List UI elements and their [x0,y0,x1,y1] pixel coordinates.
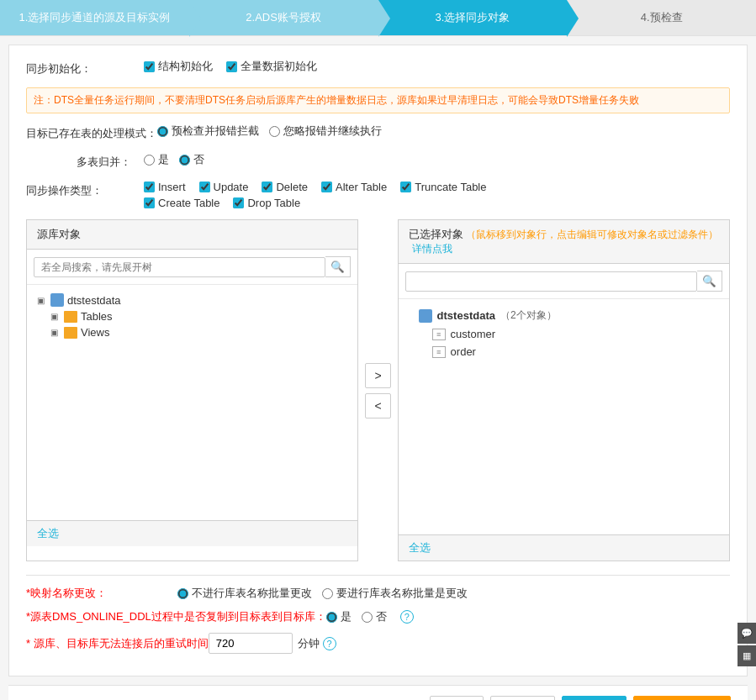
target-panel-header: 已选择对象 （鼠标移到对象行，点击编辑可修改对象名或过滤条件） 详情点我 [399,220,729,264]
source-search-button[interactable]: 🔍 [325,256,351,277]
truncate-table-label: Truncate Table [415,181,486,193]
update-checkbox-label[interactable]: Update [199,181,249,193]
mapping-radios: 不进行库表名称批量更改 要进行库表名称批量是更改 [177,586,468,601]
insert-checkbox[interactable] [144,182,155,192]
alter-table-label: Alter Table [336,181,387,193]
ddl-no-radio[interactable] [362,612,373,623]
mode-option2-label[interactable]: 您略报错并继续执行 [269,124,382,139]
target-select-all[interactable]: 全选 [399,534,729,561]
mapping-row: *映射名称更改： 不进行库表名称批量更改 要进行库表名称批量是更改 [26,586,730,601]
retry-help-icon[interactable]: ? [323,637,336,650]
multi-no-label[interactable]: 否 [179,152,204,167]
views-node-label: Views [81,326,109,339]
ddl-help-icon[interactable]: ? [400,610,414,624]
target-item-order[interactable]: ≡ order [409,343,719,361]
multi-yes-label[interactable]: 是 [144,152,169,167]
customer-label: customer [451,328,495,340]
pre-check-button[interactable]: 预检查并启动 [633,696,731,700]
step-1[interactable]: 1.选择同步通道的源及目标实例 [0,0,189,35]
mapping-option2-label[interactable]: 要进行库表名称批量是更改 [322,586,468,601]
prev-button[interactable]: 上一步 [490,696,555,700]
target-search-input[interactable] [405,271,697,292]
alter-table-checkbox[interactable] [321,182,332,192]
qr-area: 💬 ▦ [737,623,756,666]
create-table-label: Create Table [158,197,219,209]
mode-option2-radio[interactable] [269,126,280,137]
create-table-checkbox[interactable] [144,197,155,208]
chat-button[interactable]: 💬 [737,623,756,644]
step-3[interactable]: 3.选择同步对象 [378,0,568,35]
step-2[interactable]: 2.ADS账号授权 [189,0,378,35]
retry-input[interactable] [209,633,293,654]
insert-label: Insert [158,181,186,193]
ddl-no-text: 否 [376,609,387,624]
source-panel-header: 源库对象 [27,220,357,250]
struct-init-checkbox[interactable] [144,61,155,72]
target-search-button[interactable]: 🔍 [697,271,722,292]
footer: 取消 上一步 下一步 预检查并启动 [8,685,748,700]
views-node[interactable]: ▣ Views [50,324,347,340]
ddl-yes-label[interactable]: 是 [326,609,352,624]
multi-table-label: 多表归并： [26,152,144,172]
alter-table-checkbox-label[interactable]: Alter Table [321,181,387,193]
multi-yes-radio[interactable] [144,155,155,166]
full-data-init-checkbox-label[interactable]: 全量数据初始化 [226,59,317,74]
update-checkbox[interactable] [199,182,210,192]
views-folder-icon [64,327,77,339]
create-table-checkbox-label[interactable]: Create Table [144,197,219,209]
tables-node[interactable]: ▣ Tables [50,308,347,324]
update-label: Update [214,181,249,193]
table-icon-customer: ≡ [432,329,446,340]
step-4[interactable]: 4.预检查 [567,0,756,35]
db-node[interactable]: ▣ dtstestdata [37,292,347,308]
target-db-count: （2个对象） [500,308,557,323]
drop-table-checkbox[interactable] [233,197,244,208]
ddl-no-label[interactable]: 否 [362,609,387,624]
target-db-node: dtstestdata （2个对象） [409,306,719,325]
step-1-label: 1.选择同步通道的源及目标实例 [19,10,170,25]
source-select-all-label: 全选 [37,527,59,539]
truncate-table-checkbox[interactable] [400,182,411,192]
mapping-option1-label[interactable]: 不进行库表名称批量更改 [177,586,312,601]
target-panel-hint: （鼠标移到对象行，点击编辑可修改对象名或过滤条件） [466,229,718,240]
next-button[interactable]: 下一步 [562,696,626,700]
move-right-button[interactable]: > [365,363,390,388]
insert-checkbox-label[interactable]: Insert [144,181,186,193]
mapping-option1-radio[interactable] [177,588,188,599]
mode-option1-radio[interactable] [157,126,168,137]
multi-table-radios: 是 否 [144,152,204,167]
qr-button[interactable]: ▦ [737,645,756,666]
full-data-init-label: 全量数据初始化 [241,59,317,74]
retry-unit: 分钟 [298,636,320,651]
ddl-yes-radio[interactable] [326,612,337,623]
mapping-option2-radio[interactable] [322,588,333,599]
multi-yes-text: 是 [158,152,169,167]
sync-ops-checkboxes: Insert Update Delete Alter Table Truncat… [144,181,486,209]
source-search-input[interactable] [34,257,325,277]
move-left-button[interactable]: < [365,393,390,418]
full-data-init-checkbox[interactable] [226,61,237,72]
delete-checkbox[interactable] [262,182,272,192]
target-detail-link[interactable]: 详情点我 [412,243,452,255]
multi-no-radio[interactable] [179,155,190,166]
target-item-customer[interactable]: ≡ customer [409,325,719,343]
target-search-row: 🔍 [399,264,729,299]
truncate-table-checkbox-label[interactable]: Truncate Table [400,181,486,193]
cancel-button[interactable]: 取消 [430,696,484,700]
mode-option2-text: 您略报错并继续执行 [283,124,382,139]
sync-ops-label: 同步操作类型： [26,181,144,201]
target-mode-row: 目标已存在表的处理模式： 预检查并报错拦截 您略报错并继续执行 [26,124,730,144]
target-tree: dtstestdata （2个对象） ≡ customer ≡ order [399,299,729,534]
target-mode-label: 目标已存在表的处理模式： [26,124,157,144]
source-select-all[interactable]: 全选 [27,520,357,546]
retry-row: * 源库、目标库无法连接后的重试时间 分钟 ? [26,633,730,654]
target-db-name: dtstestdata [437,309,495,322]
sync-ops-row1: Insert Update Delete Alter Table Truncat… [144,181,486,193]
db-node-label: dtstestdata [67,294,121,307]
mode-option1-label[interactable]: 预检查并报错拦截 [157,124,259,139]
drop-table-checkbox-label[interactable]: Drop Table [233,197,300,209]
delete-checkbox-label[interactable]: Delete [262,181,308,193]
step-3-label: 3.选择同步对象 [435,10,510,25]
struct-init-checkbox-label[interactable]: 结构初始化 [144,59,213,74]
bottom-form: *映射名称更改： 不进行库表名称批量更改 要进行库表名称批量是更改 *源表DMS… [26,575,730,654]
